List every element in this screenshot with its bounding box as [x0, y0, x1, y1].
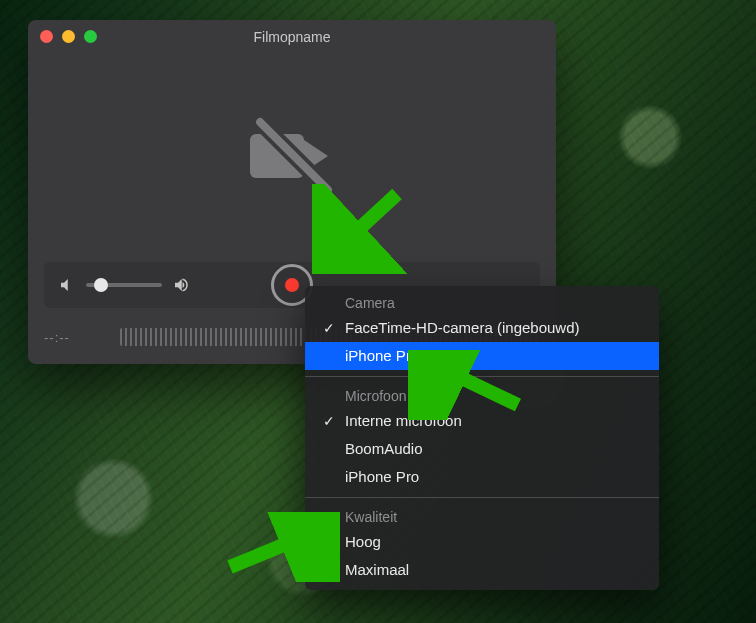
video-preview — [28, 54, 556, 258]
close-button[interactable] — [40, 30, 53, 43]
volume-thumb[interactable] — [94, 278, 108, 292]
window-controls — [40, 30, 97, 43]
volume-control — [58, 276, 190, 294]
menu-item[interactable]: BoomAudio — [305, 435, 659, 463]
menu-section-header: Kwaliteit — [305, 504, 659, 528]
volume-slider[interactable] — [86, 283, 162, 287]
menu-section-header: Camera — [305, 290, 659, 314]
menu-separator — [305, 376, 659, 377]
window-title: Filmopname — [28, 29, 556, 45]
zoom-button[interactable] — [84, 30, 97, 43]
timecode: --:-- — [44, 330, 108, 345]
speaker-low-icon — [58, 276, 76, 294]
record-icon — [285, 278, 299, 292]
menu-separator — [305, 497, 659, 498]
camera-off-icon — [250, 128, 334, 184]
menu-item[interactable]: FaceTime-HD-camera (ingebouwd) — [305, 314, 659, 342]
minimize-button[interactable] — [62, 30, 75, 43]
titlebar[interactable]: Filmopname — [28, 20, 556, 54]
menu-section-header: Microfoon — [305, 383, 659, 407]
menu-item[interactable]: iPhone Pro — [305, 342, 659, 370]
options-menu: CameraFaceTime-HD-camera (ingebouwd)iPho… — [305, 286, 659, 590]
menu-item[interactable]: Interne microfoon — [305, 407, 659, 435]
speaker-high-icon — [172, 276, 190, 294]
menu-item[interactable]: Hoog — [305, 528, 659, 556]
menu-item[interactable]: iPhone Pro — [305, 463, 659, 491]
menu-item[interactable]: Maximaal — [305, 556, 659, 584]
